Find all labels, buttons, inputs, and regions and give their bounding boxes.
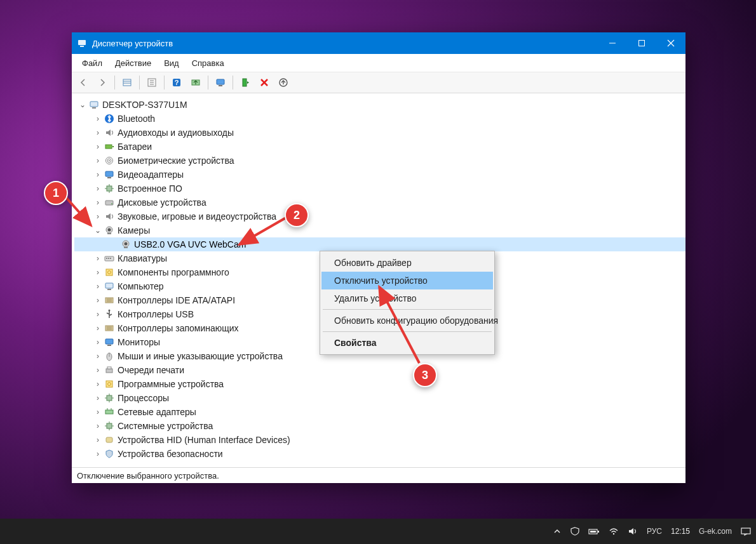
tree-node[interactable]: ›Батареи [74, 140, 685, 154]
context-menu-item[interactable]: Обновить конфигурацию оборудования [321, 312, 493, 329]
toolbar-scan-hardware[interactable] [274, 74, 292, 91]
svg-text:?: ? [175, 79, 179, 86]
svg-point-30 [109, 160, 110, 161]
tree-node[interactable]: ›Системные устройства [74, 419, 685, 433]
tree-node-label: Батареи [118, 142, 152, 152]
print-queue-icon [104, 364, 115, 376]
svg-rect-26 [105, 145, 112, 149]
sound-icon [104, 211, 115, 222]
disk-icon [104, 197, 115, 208]
webcam-icon [120, 239, 132, 250]
tree-node[interactable]: ›Дисковые устройства [74, 196, 685, 209]
svg-point-58 [109, 310, 111, 312]
toolbar-enable-device[interactable] [236, 74, 254, 91]
context-menu-separator [323, 331, 492, 332]
svg-point-92 [613, 533, 614, 534]
svg-rect-63 [105, 339, 113, 344]
toolbar-help[interactable]: ? [168, 74, 186, 91]
context-menu-item[interactable]: Обновить драйвер [321, 254, 493, 272]
tree-node[interactable]: ›Сетевые адаптеры [74, 405, 685, 419]
tree-node[interactable]: ⌄Камеры [74, 223, 685, 237]
svg-rect-48 [108, 258, 109, 259]
toolbar-properties[interactable] [143, 74, 161, 91]
menu-view[interactable]: Вид [158, 56, 186, 70]
toolbar-uninstall[interactable] [255, 74, 273, 91]
taskbar[interactable]: РУС 12:15 G-ek.com [0, 519, 756, 544]
svg-rect-32 [107, 177, 111, 178]
maximize-button[interactable] [627, 32, 656, 54]
tree-leaf-label: USB2.0 VGA UVC WebCam [134, 239, 246, 249]
toolbar: ? [72, 72, 685, 93]
minimize-button[interactable] [598, 32, 627, 54]
tray-wifi-icon[interactable] [609, 527, 619, 536]
tray-clock[interactable]: 12:15 [671, 527, 690, 536]
svg-rect-64 [107, 345, 111, 346]
close-button[interactable] [656, 32, 685, 54]
context-menu[interactable]: Обновить драйверОтключить устройствоУдал… [320, 251, 495, 355]
bluetooth-icon [104, 113, 115, 124]
svg-rect-50 [106, 269, 112, 275]
tree-node[interactable]: ›Видеоадаптеры [74, 168, 685, 182]
tree-node[interactable]: ›Устройства HID (Human Interface Devices… [74, 433, 685, 447]
toolbar-back[interactable] [74, 74, 92, 91]
svg-rect-49 [110, 258, 111, 259]
context-menu-item[interactable]: Отключить устройство [321, 272, 493, 289]
tree-node[interactable]: ›Аудиовходы и аудиовыходы [74, 126, 685, 140]
ide-controller-icon [104, 295, 115, 306]
svg-rect-23 [90, 102, 98, 107]
tree-root[interactable]: ⌄DESKTOP-S377U1M [74, 98, 685, 112]
battery-icon [104, 141, 115, 152]
tree-node[interactable]: ›Программные устройства [74, 377, 685, 391]
svg-rect-67 [106, 369, 112, 373]
storage-controller-icon [104, 322, 115, 334]
svg-point-39 [111, 203, 112, 204]
tray-battery-icon[interactable] [588, 527, 600, 536]
svg-point-41 [108, 229, 111, 232]
tree-node[interactable]: ›Очереди печати [74, 363, 685, 377]
svg-rect-24 [92, 107, 96, 109]
tree-node-label: Сетевые адаптеры [118, 407, 196, 417]
hid-icon [104, 434, 115, 446]
tree-node-label: Клавиатуры [118, 253, 167, 263]
svg-rect-18 [243, 79, 246, 86]
audio-io-icon [104, 127, 115, 138]
tree-node-label: Биометрические устройства [118, 156, 234, 166]
context-menu-item[interactable]: Свойства [321, 334, 493, 352]
tree-root-label: DESKTOP-S377U1M [102, 100, 187, 110]
tree-node-label: Звуковые, игровые и видеоустройства [118, 211, 276, 222]
tray-chevron-up-icon[interactable] [553, 527, 562, 536]
tree-node[interactable]: ›Процессоры [74, 391, 685, 405]
tree-node-label: Видеоадаптеры [118, 169, 184, 180]
tree-node[interactable]: ›Устройства безопасности [74, 447, 685, 461]
svg-rect-45 [124, 247, 128, 248]
tree-node-label: Дисковые устройства [118, 197, 206, 208]
annotation-badge-1: 1 [44, 181, 68, 205]
tree-node-label: Встроенное ПО [118, 183, 182, 194]
tree-node[interactable]: ›Bluetooth [74, 112, 685, 126]
tree-node-label: Мониторы [118, 337, 160, 347]
tray-language[interactable]: РУС [647, 527, 662, 536]
window-title: Диспетчер устройств [92, 39, 173, 48]
computer-icon [104, 281, 115, 292]
tray-defender-icon[interactable] [570, 527, 579, 536]
menu-file[interactable]: Файл [76, 56, 109, 70]
svg-rect-31 [105, 171, 113, 176]
toolbar-details[interactable] [118, 74, 136, 91]
toolbar-forward[interactable] [93, 74, 111, 91]
svg-rect-0 [78, 40, 86, 45]
menu-help[interactable]: Справка [186, 56, 231, 70]
menu-action[interactable]: Действие [109, 56, 158, 70]
tree-node-label: Камеры [118, 225, 150, 236]
tree-node[interactable]: ›Биометрические устройства [74, 154, 685, 168]
svg-rect-42 [107, 233, 111, 234]
toolbar-update-driver[interactable] [187, 74, 205, 91]
tray-action-center-icon[interactable] [741, 527, 751, 536]
network-adapter-icon [104, 406, 115, 418]
tray-volume-icon[interactable] [628, 527, 638, 536]
tree-leaf-selected[interactable]: USB2.0 VGA UVC WebCam [74, 237, 685, 251]
context-menu-item[interactable]: Удалить устройство [321, 289, 493, 307]
titlebar[interactable]: Диспетчер устройств [72, 32, 685, 54]
toolbar-monitor[interactable] [212, 74, 229, 91]
tree-node[interactable]: ›Встроенное ПО [74, 182, 685, 196]
tree-node[interactable]: ›Звуковые, игровые и видеоустройства [74, 209, 685, 223]
